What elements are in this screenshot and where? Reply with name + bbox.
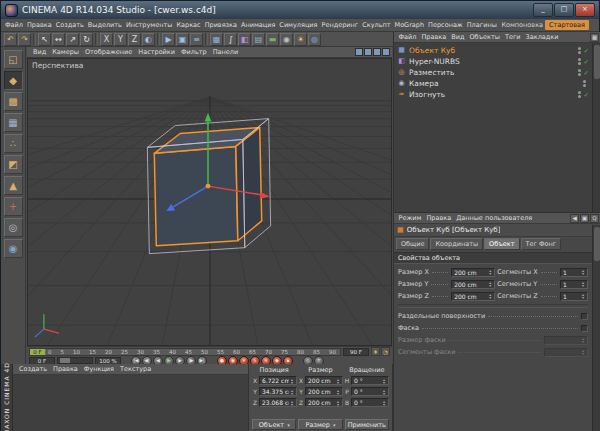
primitive-cube-icon[interactable]: ▦: [210, 33, 223, 46]
menu-item[interactable]: Инструменты: [124, 21, 175, 29]
menu-item[interactable]: Скульпт: [360, 21, 392, 29]
segments-value-field[interactable]: 1: [560, 268, 588, 277]
polygons-mode-icon[interactable]: ▲: [4, 176, 23, 195]
spinner-icon[interactable]: [381, 389, 387, 395]
key-icon[interactable]: ♦: [371, 347, 380, 356]
object-row-bend[interactable]: ≈ Изогнуть ✓: [394, 89, 592, 100]
viewport-menu-item[interactable]: Вид: [30, 48, 49, 56]
viewport-solo-icon[interactable]: ◎: [4, 218, 23, 237]
pane-single-icon[interactable]: [355, 48, 363, 56]
pane-quad-icon[interactable]: [382, 48, 390, 56]
viewport-canvas[interactable]: Перспектива: [27, 58, 392, 346]
lock-icon[interactable]: ▣: [580, 214, 589, 223]
checkbox[interactable]: [581, 325, 588, 332]
timeline-scrubber[interactable]: 0 F: [30, 349, 46, 355]
visibility-dots-icon[interactable]: [578, 47, 581, 54]
separator[interactable]: [33, 33, 36, 45]
size-field[interactable]: 200 cm: [305, 376, 343, 385]
object-name[interactable]: Hyper-NURBS: [409, 57, 560, 66]
menu-item[interactable]: Рендеринг: [320, 21, 361, 29]
object-name[interactable]: Объект Куб: [409, 46, 560, 55]
material-list[interactable]: [13, 375, 248, 431]
position-field[interactable]: 23.068 cm: [259, 398, 297, 407]
apply-button[interactable]: Применить: [345, 419, 389, 430]
maximize-button[interactable]: □: [554, 3, 574, 17]
size-mode-dropdown[interactable]: Размер▾: [298, 419, 342, 430]
range-end-field[interactable]: 90 F: [343, 348, 369, 356]
material-menu-item[interactable]: Функция: [81, 365, 117, 373]
attribute-manager-scrollbar[interactable]: [592, 225, 600, 431]
back-icon[interactable]: ◀: [570, 214, 579, 223]
visibility-dots-icon[interactable]: [578, 91, 581, 98]
separator[interactable]: [157, 33, 160, 45]
object-mode-dropdown[interactable]: Объект▾: [252, 419, 296, 430]
undo-icon[interactable]: ↶: [4, 33, 17, 46]
spinner-icon[interactable]: [335, 378, 341, 384]
spinner-icon[interactable]: [487, 293, 493, 299]
attribute-menu-item[interactable]: Данные пользователя: [454, 214, 535, 222]
hud-icon[interactable]: ◔: [381, 347, 390, 356]
viewport-menu-item[interactable]: Панели: [210, 48, 242, 56]
search-icon[interactable]: Q: [590, 214, 599, 223]
enabled-check-icon[interactable]: ✓: [584, 59, 589, 65]
spinner-icon[interactable]: [580, 281, 586, 287]
menu-item[interactable]: Создать: [54, 21, 86, 29]
enabled-check-icon[interactable]: ✓: [584, 92, 589, 98]
layout-selector[interactable]: Стартовая: [545, 20, 589, 30]
edges-mode-icon[interactable]: ◩: [4, 155, 23, 174]
pane-top-icon[interactable]: [373, 48, 381, 56]
object-manager-menu-item[interactable]: Вид: [449, 33, 467, 41]
sky-icon[interactable]: ◍: [308, 33, 321, 46]
separator[interactable]: [205, 33, 208, 45]
visibility-dots-icon[interactable]: [578, 69, 581, 76]
spinner-icon[interactable]: [580, 269, 586, 275]
rotation-field[interactable]: 0 °: [351, 376, 389, 385]
checkbox[interactable]: [581, 313, 588, 320]
spline-pen-icon[interactable]: ∫: [224, 33, 237, 46]
panel-menu-icon[interactable]: ▦: [590, 33, 599, 42]
size-field[interactable]: 200 cm: [305, 387, 343, 396]
object-properties-header[interactable]: Свойства объекта: [394, 252, 592, 264]
attribute-tab[interactable]: Объект: [484, 238, 519, 250]
object-row-place[interactable]: ◎ Разместить ✓: [394, 67, 592, 78]
spinner-icon[interactable]: [289, 400, 295, 406]
viewport-menu-item[interactable]: Настройки: [135, 48, 178, 56]
object-manager-menu-item[interactable]: Теги: [502, 33, 523, 41]
object-row-hypernurbs[interactable]: ◧ Hyper-NURBS ✓: [394, 56, 592, 67]
object-manager-menu-item[interactable]: Файл: [396, 33, 419, 41]
attribute-tab[interactable]: Координаты: [430, 238, 483, 250]
menu-item[interactable]: Симуляция: [277, 21, 319, 29]
menu-item[interactable]: MoGraph: [393, 21, 427, 29]
object-manager-menu-item[interactable]: Закладки: [523, 33, 561, 41]
viewport-menu-item[interactable]: Фильтр: [178, 48, 210, 56]
attribute-menu-item[interactable]: Режим: [396, 214, 424, 222]
model-mode-icon[interactable]: ◆: [4, 71, 23, 90]
size-value-field[interactable]: 200 cm: [451, 292, 495, 301]
lock-z-icon[interactable]: Z: [128, 33, 141, 46]
material-menu-item[interactable]: Создать: [16, 365, 50, 373]
subdivision-icon[interactable]: ◧: [238, 33, 251, 46]
redo-icon[interactable]: ↷: [18, 33, 31, 46]
texture-mode-icon[interactable]: ▩: [4, 92, 23, 111]
lock-y-icon[interactable]: Y: [114, 33, 127, 46]
menu-item[interactable]: Анимация: [239, 21, 277, 29]
render-view-icon[interactable]: ▶: [162, 33, 175, 46]
spinner-icon[interactable]: [289, 378, 295, 384]
size-value-field[interactable]: 200 cm: [451, 280, 495, 289]
spinner-icon[interactable]: [381, 400, 387, 406]
viewport-menu-item[interactable]: Камеры: [49, 48, 82, 56]
workplane-icon[interactable]: ▦: [4, 113, 23, 132]
live-select-icon[interactable]: ↖: [38, 33, 51, 46]
spinner-icon[interactable]: [381, 378, 387, 384]
position-field[interactable]: 6.722 cm: [259, 376, 297, 385]
size-field[interactable]: 200 cm: [305, 398, 343, 407]
render-settings-icon[interactable]: ≡: [190, 33, 203, 46]
points-mode-icon[interactable]: ∴: [4, 134, 23, 153]
snap-icon[interactable]: ◉: [4, 239, 23, 258]
position-field[interactable]: 34.375 cm: [259, 387, 297, 396]
object-name[interactable]: Изогнуть: [409, 90, 560, 99]
coordinate-system-icon[interactable]: ◐: [142, 33, 155, 46]
spinner-icon[interactable]: [580, 293, 586, 299]
close-button[interactable]: ×: [575, 3, 595, 17]
material-menu-item[interactable]: Правка: [50, 365, 81, 373]
